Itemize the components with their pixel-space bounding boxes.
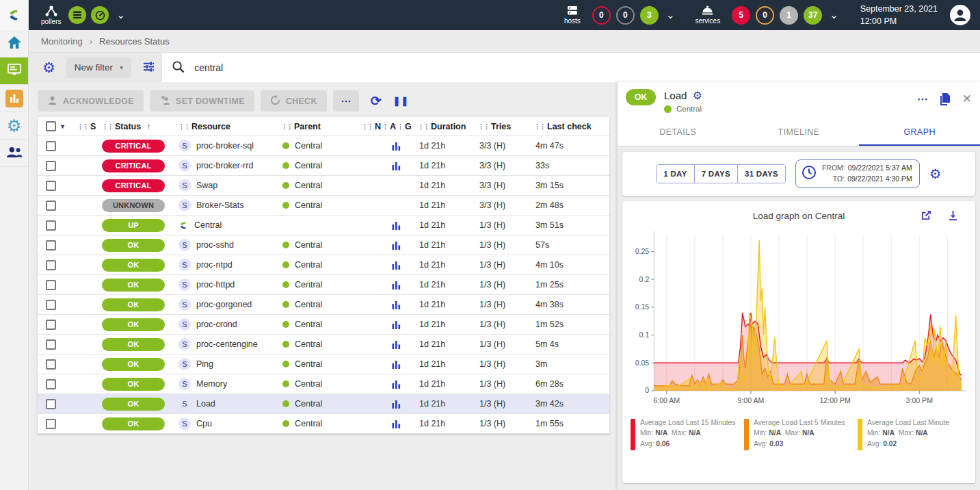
graph-icon[interactable]	[392, 241, 401, 250]
row-checkbox[interactable]	[46, 419, 56, 429]
table-row[interactable]: CRITICAL SSwap Central 1d 21h 3/3 (H) 3m…	[38, 176, 609, 196]
row-checkbox[interactable]	[46, 181, 56, 191]
more-actions-button[interactable]: ⋯	[333, 90, 359, 112]
sidebar-item-home[interactable]	[0, 30, 28, 57]
row-checkbox[interactable]	[46, 161, 56, 171]
sidebar-item-monitoring[interactable]	[0, 57, 28, 85]
hosts-chevron-icon[interactable]: ⌄	[666, 9, 675, 21]
select-caret-icon[interactable]: ▾	[61, 122, 77, 130]
col-status[interactable]: Status	[115, 122, 141, 131]
graph-cell[interactable]	[392, 360, 418, 369]
table-row[interactable]: UNKNOWN SBroker-Stats Central 1d 21h 3/3…	[38, 196, 609, 216]
row-checkbox[interactable]	[46, 280, 56, 290]
tab-details[interactable]: DETAILS	[618, 118, 739, 146]
row-checkbox[interactable]	[46, 320, 56, 330]
time-button-1-day[interactable]: 1 DAY	[657, 165, 694, 183]
table-row[interactable]: OK SMemory Central 1d 21h 1/3 (H) 6m 28s	[38, 374, 609, 394]
table-row[interactable]: CRITICAL Sproc-broker-rrd Central 1d 21h…	[38, 156, 609, 176]
services-badge-2[interactable]: 1	[780, 6, 798, 25]
select-all-checkbox[interactable]	[46, 121, 56, 131]
services-chevron-icon[interactable]: ⌄	[830, 9, 838, 21]
graph-cell[interactable]	[392, 320, 418, 329]
col-tries[interactable]: Tries	[491, 122, 511, 131]
graph-icon[interactable]	[392, 340, 401, 349]
search-input[interactable]	[194, 62, 810, 73]
sort-up-icon[interactable]: ↑	[146, 122, 150, 131]
hosts-badge-0[interactable]: 0	[592, 6, 611, 25]
graph-cell[interactable]	[392, 142, 418, 151]
panel-settings-gear-icon[interactable]: ⚙	[692, 89, 702, 102]
graph-cell[interactable]	[392, 221, 418, 230]
graph-cell[interactable]	[392, 340, 418, 349]
check-button[interactable]: CHECK	[261, 90, 327, 112]
hosts-badge-1[interactable]: 0	[616, 6, 635, 25]
download-icon[interactable]	[947, 209, 959, 223]
time-button-7-days[interactable]: 7 DAYS	[695, 165, 738, 183]
graph-icon[interactable]	[392, 281, 401, 289]
row-checkbox[interactable]	[46, 201, 56, 211]
time-button-31-days[interactable]: 31 DAYS	[738, 165, 785, 183]
services-badge-0[interactable]: 5	[732, 6, 750, 25]
drag-handle-icon[interactable]: ⋮⋮	[77, 123, 88, 130]
graph-settings-gear-icon[interactable]: ⚙	[929, 166, 942, 182]
row-checkbox[interactable]	[46, 359, 56, 370]
col-last-check[interactable]: Last check	[547, 122, 592, 131]
hosts-badge-2[interactable]: 3	[640, 6, 659, 25]
drag-handle-icon[interactable]: ⋮⋮	[102, 123, 113, 130]
row-checkbox[interactable]	[46, 379, 56, 389]
user-avatar[interactable]	[950, 5, 970, 25]
row-checkbox[interactable]	[46, 141, 56, 151]
new-filter-dropdown[interactable]: New filter ▾	[66, 57, 131, 78]
sidebar-item-configuration[interactable]: ⚙	[0, 112, 28, 140]
table-row[interactable]: UP Central 1d 21h 1/3 (H) 3m 51s	[38, 216, 609, 235]
graph-cell[interactable]	[392, 162, 418, 170]
tune-filters-icon[interactable]	[142, 61, 155, 75]
filter-gear-icon[interactable]: ⚙	[42, 60, 55, 76]
col-parent[interactable]: Parent	[294, 122, 321, 131]
graph-icon[interactable]	[392, 300, 401, 309]
sidebar-item-administration[interactable]	[0, 140, 28, 167]
table-row[interactable]: OK Sproc-crond Central 1d 21h 1/3 (H) 1m…	[38, 315, 609, 335]
drag-handle-icon[interactable]: ⋮⋮	[478, 123, 489, 130]
open-in-new-icon[interactable]	[921, 209, 932, 223]
graph-icon[interactable]	[392, 162, 401, 170]
graph-cell[interactable]	[392, 380, 418, 389]
graph-icon[interactable]	[392, 380, 401, 389]
breadcrumb-page[interactable]: Resources Status	[99, 36, 170, 47]
row-checkbox[interactable]	[46, 300, 56, 310]
legend-item-2[interactable]: Average Load Last MinuteMin: N/A Max: N/…	[858, 417, 967, 450]
drag-handle-icon[interactable]: ⋮⋮	[178, 123, 189, 130]
table-row[interactable]: CRITICAL Sproc-broker-sql Central 1d 21h…	[38, 136, 609, 156]
custom-range-picker[interactable]: FROM:09/22/2021 5:37 AM TO:09/22/2021 4:…	[795, 159, 920, 188]
graph-icon[interactable]	[392, 142, 401, 151]
services-badge-1[interactable]: 0	[756, 6, 774, 25]
drag-handle-icon[interactable]: ⋮⋮	[377, 123, 388, 130]
copy-link-icon[interactable]	[939, 92, 951, 106]
pollers-chevron-icon[interactable]: ⌄	[116, 9, 125, 21]
graph-cell[interactable]	[392, 300, 418, 309]
graph-icon[interactable]	[392, 400, 401, 409]
tab-graph[interactable]: GRAPH	[859, 118, 980, 146]
legend-item-0[interactable]: Average Load Last 15 MinutesMin: N/A Max…	[631, 417, 740, 450]
breadcrumb-section[interactable]: Monitoring	[41, 36, 83, 47]
set-downtime-button[interactable]: SET DOWNTIME	[150, 90, 254, 112]
graph-icon[interactable]	[392, 360, 401, 369]
row-checkbox[interactable]	[46, 220, 56, 231]
load-chart[interactable]: 00.050.10.150.20.256:00 AM9:00 AM12:00 P…	[626, 228, 971, 416]
pollers-group[interactable]: pollers	[41, 5, 61, 25]
table-row[interactable]: OK Sproc-ntpd Central 1d 21h 1/3 (H) 4m …	[38, 255, 609, 275]
graph-cell[interactable]	[392, 281, 418, 289]
graph-cell[interactable]	[392, 261, 418, 270]
table-row[interactable]: OK Sproc-sshd Central 1d 21h 1/3 (H) 57s	[38, 235, 609, 255]
refresh-button[interactable]: ⟳	[371, 93, 382, 109]
table-row[interactable]: OK SPing Central 1d 21h 1/3 (H) 3m	[38, 354, 609, 374]
panel-more-button[interactable]: ⋯	[917, 92, 928, 105]
table-row[interactable]: OK SCpu Central 1d 21h 1/3 (H) 1m 55s	[38, 414, 609, 434]
drag-handle-icon[interactable]: ⋮⋮	[362, 123, 373, 130]
drag-handle-icon[interactable]: ⋮⋮	[418, 123, 429, 130]
acknowledge-button[interactable]: ACKNOWLEDGE	[38, 90, 144, 112]
graph-cell[interactable]	[392, 420, 418, 428]
pause-autorefresh-button[interactable]: ❚❚	[393, 96, 410, 106]
col-severity[interactable]: S	[90, 122, 96, 131]
row-checkbox[interactable]	[46, 339, 56, 350]
